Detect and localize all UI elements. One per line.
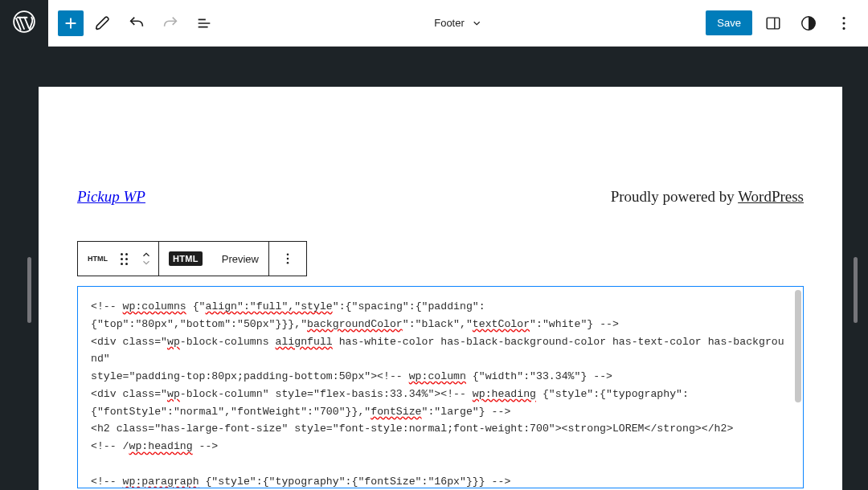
canvas-resize-handle-right[interactable] — [854, 257, 858, 323]
drag-handle-icon[interactable] — [114, 242, 134, 276]
preview-mode-button[interactable]: Preview — [212, 242, 268, 276]
svg-point-4 — [842, 22, 845, 24]
svg-point-6 — [287, 253, 289, 255]
svg-point-7 — [287, 258, 289, 260]
topbar-right-tools: Save — [706, 9, 858, 38]
admin-bar — [0, 0, 48, 47]
redo-icon — [156, 9, 185, 38]
powered-by-text: Proudly powered by WordPress — [611, 188, 804, 206]
html-mode-button[interactable]: HTML — [159, 242, 212, 276]
template-name: Footer — [434, 17, 465, 29]
template-selector[interactable]: Footer — [434, 17, 482, 29]
edit-tool-icon[interactable] — [88, 9, 117, 38]
scrollbar-thumb[interactable] — [795, 290, 801, 402]
wordpress-logo-icon[interactable] — [13, 10, 35, 36]
site-title-link[interactable]: Pickup WP — [77, 188, 145, 206]
save-button[interactable]: Save — [706, 10, 752, 35]
block-type-label[interactable]: HTML — [78, 242, 114, 276]
svg-rect-1 — [767, 18, 780, 29]
chevron-down-icon — [141, 259, 152, 267]
more-menu-icon[interactable] — [829, 9, 858, 38]
undo-icon[interactable] — [122, 9, 151, 38]
chevron-up-icon — [141, 251, 152, 259]
block-toolbar: HTML HTML Preview — [77, 241, 307, 276]
topbar-left-tools — [58, 9, 219, 38]
custom-html-code-editor[interactable]: <!-- wp:columns {"align":"full","style":… — [77, 286, 804, 488]
editor-topbar: Footer Save — [48, 0, 868, 47]
block-movers[interactable] — [134, 242, 158, 276]
canvas-resize-handle-left[interactable] — [27, 257, 31, 323]
list-view-icon[interactable] — [190, 9, 219, 38]
block-more-menu-icon[interactable] — [269, 242, 306, 276]
editor-canvas: Pickup WP Proudly powered by WordPress H… — [39, 87, 842, 490]
footer-preview-row: Pickup WP Proudly powered by WordPress — [39, 87, 842, 206]
sidebar-toggle-icon[interactable] — [759, 9, 788, 38]
styles-icon[interactable] — [794, 9, 823, 38]
svg-point-8 — [287, 262, 289, 264]
chevron-down-icon — [471, 18, 482, 29]
wordpress-link[interactable]: WordPress — [738, 188, 804, 205]
block-inserter-button[interactable] — [58, 10, 84, 36]
svg-point-3 — [842, 17, 845, 19]
svg-point-5 — [842, 27, 845, 29]
